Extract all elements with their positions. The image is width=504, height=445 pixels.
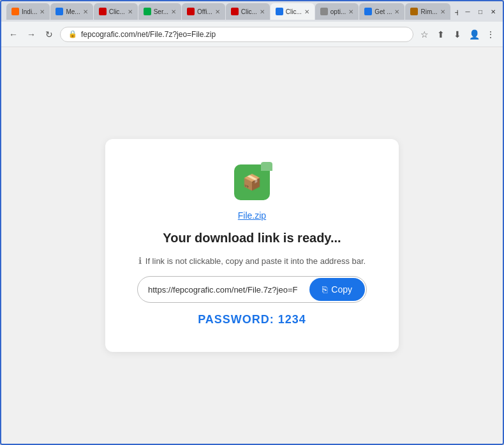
page-content: 🔍 RISH .COM 📦 File.zip Your download lin…	[1, 47, 503, 444]
file-zip-icon: 📦	[234, 164, 270, 200]
tab-label: Clic...	[286, 8, 302, 15]
tab-opti[interactable]: opti... ✕	[315, 3, 359, 20]
hint-row: ℹ If link is not clickable, copy and pas…	[138, 256, 366, 266]
tab-close-icon[interactable]: ✕	[171, 8, 176, 15]
tab-me[interactable]: Me... ✕	[50, 3, 93, 20]
tab-close-icon[interactable]: ✕	[440, 8, 445, 15]
download-title: Your download link is ready...	[163, 231, 341, 245]
content-card: 📦 File.zip Your download link is ready..…	[105, 139, 399, 352]
tab-close-icon[interactable]: ✕	[215, 8, 220, 15]
browser-frame: Indi... ✕ Me... ✕ Clic... ✕ Ser... ✕ Off	[0, 0, 504, 445]
tab-offi[interactable]: Offi... ✕	[182, 3, 225, 20]
tab-close-icon[interactable]: ✕	[260, 8, 265, 15]
tab-label: Me...	[66, 8, 80, 15]
profile-icon[interactable]: 👤	[467, 27, 481, 41]
copy-icon: ⎘	[322, 284, 327, 295]
new-tab-button[interactable]: +	[451, 6, 458, 20]
file-name-link[interactable]: File.zip	[238, 210, 266, 221]
tab-label: Ser...	[154, 8, 168, 15]
tab-close-icon[interactable]: ✕	[128, 8, 133, 15]
tabs-area: Indi... ✕ Me... ✕ Clic... ✕ Ser... ✕ Off	[6, 3, 458, 20]
menu-icon[interactable]: ⋮	[484, 27, 498, 41]
copy-button[interactable]: ⎘ Copy	[309, 278, 365, 301]
tab-clic3-active[interactable]: Clic... ✕	[271, 3, 315, 20]
tab-favicon	[410, 8, 418, 15]
reload-button[interactable]: ↻	[42, 27, 56, 41]
tab-favicon	[320, 8, 328, 15]
tab-favicon	[187, 8, 195, 15]
copy-label: Copy	[331, 284, 352, 295]
tab-favicon	[276, 8, 283, 15]
url-row: ⎘ Copy	[137, 276, 367, 303]
tab-close-icon[interactable]: ✕	[394, 8, 399, 15]
tab-close-icon[interactable]: ✕	[304, 8, 309, 15]
tab-favicon	[99, 8, 107, 15]
share-icon[interactable]: ⬆	[434, 27, 448, 41]
forward-button[interactable]: →	[24, 27, 38, 41]
tab-label: Indi...	[22, 8, 37, 15]
tab-favicon	[56, 8, 63, 15]
close-button[interactable]: ✕	[489, 7, 498, 16]
maximize-button[interactable]: □	[476, 7, 485, 16]
lock-icon: 🔒	[68, 30, 77, 38]
tab-ser[interactable]: Ser... ✕	[138, 3, 181, 20]
bookmark-star-icon[interactable]: ☆	[417, 27, 431, 41]
password-text: PASSWORD: 1234	[198, 313, 306, 326]
tab-favicon	[11, 8, 19, 15]
tab-clic1[interactable]: Clic... ✕	[94, 3, 138, 20]
window-controls: ─ □ ✕	[463, 7, 498, 16]
address-text: fepcografic.com/net/File.7z?jeo=File.zip	[81, 30, 405, 39]
tab-label: Clic...	[109, 8, 125, 15]
tab-label: Clic...	[241, 8, 257, 15]
address-input[interactable]: 🔒 fepcografic.com/net/File.7z?jeo=File.z…	[60, 27, 413, 42]
tab-close-icon[interactable]: ✕	[40, 8, 45, 15]
tab-favicon	[144, 8, 151, 15]
tab-label: Offi...	[197, 8, 212, 15]
tab-favicon	[364, 8, 372, 15]
minimize-button[interactable]: ─	[463, 7, 472, 16]
download-icon[interactable]: ⬇	[450, 27, 464, 41]
tab-rim[interactable]: Rim... ✕	[405, 3, 450, 20]
toolbar-icons: ☆ ⬆ ⬇ 👤 ⋮	[417, 27, 498, 41]
tab-label: Rim...	[420, 8, 437, 15]
address-bar: ← → ↻ 🔒 fepcografic.com/net/File.7z?jeo=…	[1, 22, 503, 47]
tab-clic2[interactable]: Clic... ✕	[226, 3, 270, 20]
tab-get[interactable]: Get ... ✕	[359, 3, 404, 20]
tab-close-icon[interactable]: ✕	[83, 8, 88, 15]
tab-favicon	[231, 8, 239, 15]
hint-text: If link is not clickable, copy and paste…	[145, 256, 366, 266]
tab-close-icon[interactable]: ✕	[348, 8, 353, 15]
back-button[interactable]: ←	[6, 27, 20, 41]
tab-label: opti...	[330, 8, 346, 15]
title-bar: Indi... ✕ Me... ✕ Clic... ✕ Ser... ✕ Off	[1, 1, 503, 22]
tab-label: Get ...	[374, 8, 392, 15]
info-icon: ℹ	[138, 256, 142, 266]
tab-indi[interactable]: Indi... ✕	[6, 3, 50, 20]
url-field[interactable]	[138, 279, 308, 301]
